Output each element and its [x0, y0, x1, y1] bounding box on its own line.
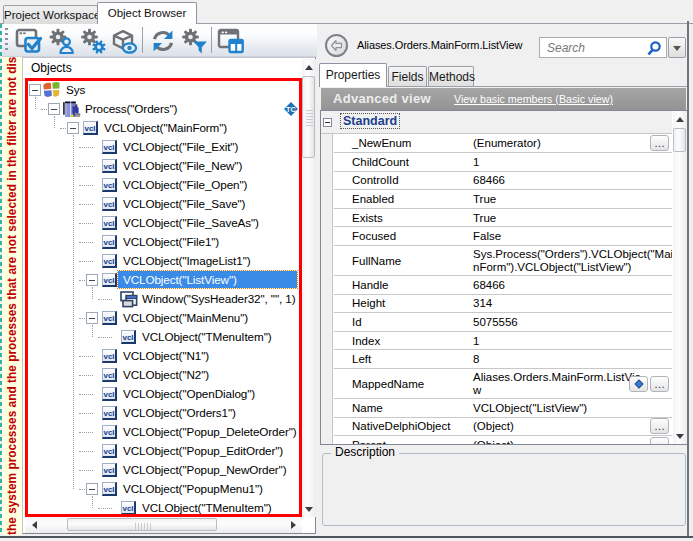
- svg-text:TC: TC: [286, 104, 296, 113]
